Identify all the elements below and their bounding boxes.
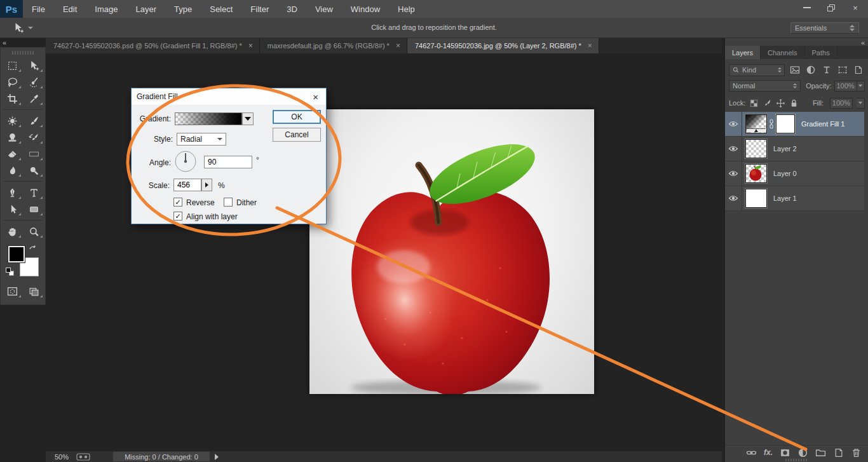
document-tab-1[interactable]: 74627-0-1459502036.psd @ 50% (Gradient F… [46, 38, 260, 53]
lock-transparency-button[interactable] [749, 99, 759, 108]
menu-window[interactable]: Window [342, 0, 389, 18]
lock-all-button[interactable] [789, 99, 799, 108]
layer-row-layer-0[interactable]: Layer 0 [725, 161, 864, 186]
tab-paths[interactable]: Paths [805, 46, 837, 59]
menu-layer[interactable]: Layer [127, 0, 166, 18]
tab-close-icon[interactable]: × [248, 41, 253, 50]
layer-thumbnail[interactable] [745, 164, 767, 183]
restore-button[interactable] [824, 2, 839, 13]
gradient-picker-dropdown[interactable] [242, 112, 254, 125]
layer-row-layer-1[interactable]: Layer 1 [725, 186, 864, 211]
delete-layer-button[interactable] [851, 447, 862, 458]
visibility-toggle[interactable] [725, 186, 742, 210]
angle-input[interactable] [204, 156, 252, 168]
opacity-value[interactable]: 100% [834, 81, 857, 92]
crop-tool[interactable] [1, 90, 23, 107]
eraser-tool[interactable] [1, 146, 23, 162]
layer-row-gradient-fill-1[interactable]: Gradient Fill 1 [725, 112, 864, 137]
screen-mode-button[interactable] [23, 283, 44, 299]
visibility-toggle[interactable] [725, 161, 742, 186]
gradient-layer-thumbnail[interactable] [745, 114, 767, 133]
zoom-tool[interactable] [23, 223, 44, 240]
fill-value[interactable]: 100% [830, 98, 853, 109]
layer-name[interactable]: Layer 0 [773, 170, 797, 177]
foreground-color-swatch[interactable] [8, 246, 25, 262]
document-tab-2[interactable]: maxresdefault.jpg @ 66.7% (RGB/8#) * × [260, 38, 407, 53]
zoom-level-field[interactable]: 50% [55, 453, 76, 461]
filter-smart-objects-button[interactable] [853, 65, 864, 76]
brush-tool[interactable] [23, 112, 44, 129]
reverse-checkbox[interactable]: ✓ [173, 198, 182, 207]
layer-name[interactable]: Layer 2 [773, 145, 797, 153]
filter-shape-layers-button[interactable] [837, 65, 848, 76]
menu-file[interactable]: File [23, 0, 54, 18]
layer-thumbnail[interactable] [745, 139, 767, 158]
layer-effects-button[interactable]: fx. [764, 448, 773, 457]
menu-type[interactable]: Type [165, 0, 201, 18]
scale-input[interactable] [173, 179, 201, 191]
toolbar-grip[interactable] [12, 51, 34, 55]
hand-tool[interactable] [1, 223, 23, 240]
pen-tool[interactable] [1, 184, 23, 201]
quick-mask-button[interactable] [1, 283, 23, 299]
move-tool[interactable] [23, 57, 44, 74]
align-with-layer-checkbox[interactable]: ✓ [173, 212, 182, 221]
lock-pixels-button[interactable] [763, 99, 772, 108]
blend-mode-select[interactable]: Normal [729, 80, 801, 92]
menu-filter[interactable]: Filter [241, 0, 278, 18]
layer-thumbnail[interactable] [745, 189, 767, 208]
type-tool[interactable] [23, 184, 44, 201]
dither-checkbox[interactable] [224, 198, 233, 207]
minimize-button[interactable] [799, 2, 815, 13]
spot-healing-brush-tool[interactable] [1, 112, 23, 129]
layer-mask-thumbnail[interactable] [776, 114, 795, 133]
toolbar-collapse-icon[interactable]: « [3, 39, 6, 46]
swap-colors-icon[interactable] [29, 245, 39, 255]
dialog-title-bar[interactable]: Gradient Fill × [132, 88, 326, 105]
document-tab-3[interactable]: 74627-0-1459502036.jpg @ 50% (Layer 2, R… [407, 38, 599, 53]
filter-adjustment-layers-button[interactable] [805, 65, 817, 76]
style-select[interactable]: Radial [177, 133, 226, 146]
filter-pixel-layers-button[interactable] [789, 65, 801, 76]
new-adjustment-layer-button[interactable] [797, 447, 808, 458]
path-selection-tool[interactable] [1, 201, 23, 217]
dodge-tool[interactable] [23, 162, 44, 179]
lock-position-button[interactable] [776, 99, 785, 108]
shape-tool[interactable] [23, 201, 44, 217]
dialog-close-icon[interactable]: × [310, 92, 321, 102]
layer-name[interactable]: Gradient Fill 1 [801, 120, 844, 128]
eyedropper-tool[interactable] [23, 90, 44, 107]
status-reveal-icon[interactable] [76, 453, 90, 461]
menu-3d[interactable]: 3D [278, 0, 306, 18]
lasso-tool[interactable] [1, 74, 23, 90]
rectangular-marquee-tool[interactable] [1, 57, 23, 74]
visibility-toggle[interactable] [725, 137, 742, 161]
fill-dropdown[interactable] [857, 98, 865, 109]
menu-view[interactable]: View [306, 0, 342, 18]
smudge-tool[interactable] [1, 162, 23, 179]
cancel-button[interactable]: Cancel [273, 128, 321, 142]
kind-filter-select[interactable]: Kind [729, 64, 785, 76]
opacity-dropdown[interactable] [857, 81, 865, 92]
menu-image[interactable]: Image [86, 0, 126, 18]
close-button[interactable]: × [848, 2, 863, 13]
menu-edit[interactable]: Edit [54, 0, 86, 18]
new-layer-button[interactable] [833, 447, 844, 458]
scale-spinner-button[interactable] [201, 179, 212, 191]
tab-close-icon[interactable]: × [396, 41, 400, 50]
layer-row-layer-2[interactable]: Layer 2 [725, 137, 864, 161]
menu-help[interactable]: Help [389, 0, 424, 18]
layer-name[interactable]: Layer 1 [773, 194, 797, 202]
angle-dial[interactable] [174, 150, 197, 173]
panel-resize-grip[interactable] [785, 459, 808, 461]
tab-close-icon[interactable]: × [588, 41, 592, 50]
clone-stamp-tool[interactable] [1, 129, 23, 146]
link-layers-button[interactable] [746, 447, 757, 458]
status-options-arrow[interactable] [215, 454, 219, 460]
history-brush-tool[interactable] [23, 129, 44, 146]
tab-layers[interactable]: Layers [725, 46, 761, 59]
document-canvas[interactable] [309, 109, 594, 394]
ok-button[interactable]: OK [273, 110, 321, 124]
add-layer-mask-button[interactable] [780, 447, 790, 458]
new-group-button[interactable] [815, 447, 826, 458]
